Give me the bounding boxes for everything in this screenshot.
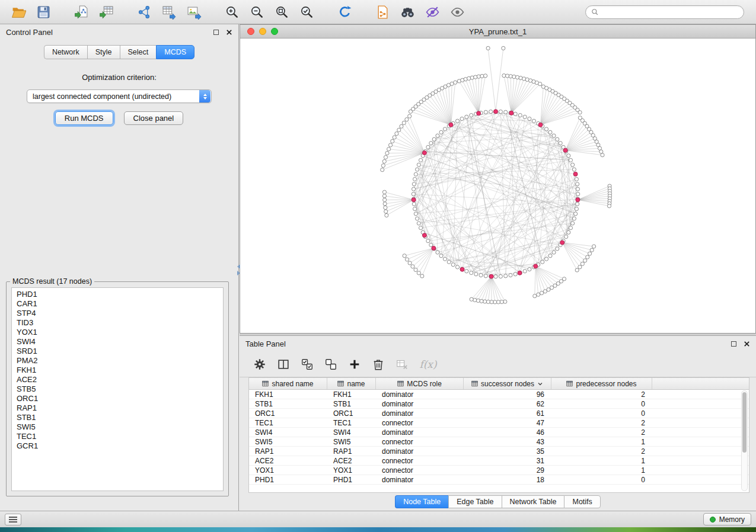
table-cell: TEC1 [327, 419, 376, 427]
mcds-result-item[interactable]: STB1 [12, 413, 223, 422]
open-session-button[interactable] [6, 2, 31, 21]
new-network-button[interactable] [132, 2, 157, 21]
save-session-button[interactable] [31, 2, 56, 21]
mcds-result-item[interactable]: TEC1 [12, 432, 223, 441]
toggle-panel-layout-button[interactable] [273, 355, 294, 373]
zoom-fit-button[interactable] [269, 2, 294, 21]
tab-network-table[interactable]: Network Table [502, 495, 564, 508]
add-column-button[interactable] [344, 355, 365, 373]
mcds-result-item[interactable]: ACE2 [12, 375, 223, 384]
table-settings-button[interactable] [249, 355, 270, 373]
toolbar-group [69, 2, 119, 21]
network-canvas[interactable] [240, 39, 755, 333]
mcds-result-item[interactable]: STB5 [12, 384, 223, 394]
table-cell: YOX1 [249, 466, 327, 475]
mcds-result-item[interactable]: GCR1 [12, 441, 223, 451]
mcds-result-item[interactable]: SRD1 [12, 347, 223, 356]
column-header-predecessor-nodes[interactable]: predecessor nodes [551, 378, 652, 389]
table-row[interactable]: TEC1TEC1connector472 [249, 418, 749, 428]
tab-edge-table[interactable]: Edge Table [448, 495, 501, 508]
show-graphics-details-button[interactable] [445, 2, 470, 21]
export-image-button[interactable] [181, 2, 206, 21]
export-table-button[interactable] [157, 2, 181, 21]
tab-mcds[interactable]: MCDS [156, 45, 194, 59]
maximize-window-icon[interactable] [271, 28, 278, 35]
mcds-result-item[interactable]: SWI5 [12, 422, 223, 432]
search-field[interactable] [585, 5, 744, 19]
table-cell: dominator [376, 428, 464, 437]
optimization-dropdown[interactable]: largest connected component (undirected) [27, 89, 212, 103]
find-binoculars-button[interactable] [395, 2, 420, 21]
table-row[interactable]: RAP1RAP1dominator352 [249, 447, 749, 456]
column-header-name[interactable]: name [327, 378, 376, 389]
close-table-panel-icon[interactable] [744, 341, 750, 347]
task-history-button[interactable] [5, 514, 21, 525]
column-header-successor-nodes[interactable]: successor nodes [464, 378, 551, 389]
scrollbar-thumb[interactable] [742, 392, 747, 453]
mcds-result-item[interactable]: ORC1 [12, 394, 223, 403]
minimize-window-icon[interactable] [259, 28, 266, 35]
table-row[interactable]: ORC1ORC1dominator610 [249, 409, 749, 418]
memory-button[interactable]: Memory [703, 513, 751, 525]
table-settings-icon [253, 358, 266, 371]
table-row[interactable]: SWI4SWI4dominator462 [249, 428, 749, 437]
table-cell: RAP1 [249, 447, 327, 456]
main-toolbar [0, 0, 756, 24]
column-header-shared-name[interactable]: shared name [249, 378, 327, 389]
panel-divider-gripper[interactable] [236, 264, 241, 278]
table-cell: 2 [551, 447, 652, 456]
table-row[interactable]: YOX1YOX1connector291 [249, 466, 749, 475]
refresh-view-button[interactable] [332, 2, 357, 21]
table-row[interactable]: FKH1FKH1dominator962 [249, 390, 749, 399]
control-panel-title: Control Panel [6, 28, 53, 37]
network-titlebar: YPA_prune.txt_1 [240, 25, 755, 39]
toolbar-group [370, 2, 470, 21]
delete-table-disabled-button[interactable] [391, 355, 413, 373]
delete-column-button[interactable] [368, 355, 389, 373]
table-row[interactable]: SWI5SWI5connector431 [249, 437, 749, 447]
zoom-in-button[interactable] [219, 2, 244, 21]
run-mcds-button[interactable]: Run MCDS [55, 111, 113, 125]
tab-style[interactable]: Style [87, 45, 120, 59]
close-panel-button[interactable]: Close panel [124, 111, 184, 125]
mcds-result-item[interactable]: TID3 [12, 318, 223, 328]
table-row[interactable]: ACE2ACE2connector311 [249, 456, 749, 466]
network-window-title: YPA_prune.txt_1 [240, 27, 755, 36]
mcds-result-item[interactable]: FKH1 [12, 366, 223, 375]
mcds-result-item[interactable]: PHD1 [12, 290, 223, 299]
float-panel-icon[interactable] [213, 30, 219, 35]
search-input[interactable] [602, 8, 738, 16]
float-table-panel-icon[interactable] [731, 341, 736, 347]
close-window-icon[interactable] [247, 28, 254, 35]
table-cell: 31 [464, 457, 551, 465]
table-row[interactable]: PHD1PHD1dominator180 [249, 475, 749, 485]
network-svg[interactable] [240, 39, 755, 333]
tab-network[interactable]: Network [44, 45, 87, 59]
mcds-result-item[interactable]: SWI4 [12, 337, 223, 347]
zoom-out-button[interactable] [244, 2, 269, 21]
zoom-in-icon [225, 5, 240, 20]
hide-graphics-details-button[interactable] [420, 2, 445, 21]
mcds-result-item[interactable]: RAP1 [12, 403, 223, 413]
select-all-checkboxes-button[interactable] [296, 355, 318, 373]
mcds-result-item[interactable]: CAR1 [12, 299, 223, 309]
network-document-share-button[interactable] [370, 2, 395, 21]
dropdown-stepper-icon [199, 90, 210, 102]
zoom-out-icon [250, 5, 264, 20]
column-header-MCDS-role[interactable]: MCDS role [376, 378, 464, 389]
table-scrollbar[interactable] [741, 390, 748, 491]
mcds-result-item[interactable]: STP4 [12, 309, 223, 318]
deselect-all-checkboxes-button[interactable] [320, 355, 342, 373]
close-panel-icon[interactable] [226, 29, 232, 36]
tab-node-table[interactable]: Node Table [395, 495, 448, 508]
tab-motifs[interactable]: Motifs [564, 495, 600, 508]
main-toolbar-groups [6, 2, 483, 21]
tab-select[interactable]: Select [120, 45, 157, 59]
table-row[interactable]: STB1STB1dominator620 [249, 399, 749, 409]
import-table-file-button[interactable] [94, 2, 119, 21]
mcds-result-item[interactable]: PMA2 [12, 356, 223, 366]
zoom-selected-button[interactable] [294, 2, 319, 21]
import-network-file-button[interactable] [69, 2, 94, 21]
mcds-result-item[interactable]: YOX1 [12, 328, 223, 337]
function-builder-disabled-button[interactable]: f(x) [415, 355, 441, 373]
